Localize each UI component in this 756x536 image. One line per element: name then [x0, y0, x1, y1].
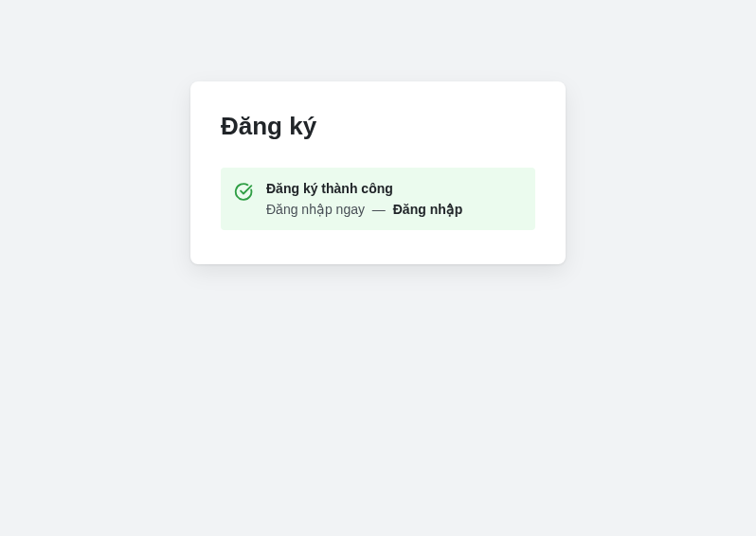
page-title: Đăng ký: [221, 112, 535, 141]
alert-body: Đăng ký thành công Đăng nhập ngay — Đăng…: [266, 181, 520, 217]
success-alert: Đăng ký thành công Đăng nhập ngay — Đăng…: [221, 168, 535, 230]
alert-message: Đăng nhập ngay — Đăng nhập: [266, 202, 520, 217]
login-link[interactable]: Đăng nhập: [393, 202, 463, 217]
alert-title: Đăng ký thành công: [266, 181, 520, 196]
alert-message-prefix: Đăng nhập ngay: [266, 202, 365, 217]
signup-card: Đăng ký Đăng ký thành công Đăng nhập nga…: [190, 81, 566, 264]
alert-separator: —: [372, 202, 386, 217]
check-circle-icon: [234, 182, 253, 201]
